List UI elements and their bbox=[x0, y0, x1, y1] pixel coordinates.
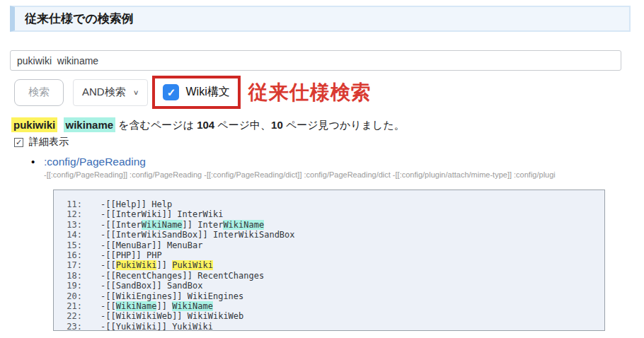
checkmark-icon: ✓ bbox=[167, 86, 176, 99]
page-title: 従来仕様での検索例 bbox=[25, 11, 134, 27]
text-run: -[[RecentChanges]] RecentChanges bbox=[100, 271, 264, 281]
code-line-content: -[[YukiWiki]] YukiWiki bbox=[100, 322, 213, 331]
bullet-icon: • bbox=[31, 156, 44, 168]
line-number: 19: bbox=[54, 281, 82, 291]
highlighted-keyword: WikiName bbox=[172, 301, 213, 311]
code-line-content: -[[InterWikiName]] InterWikiName bbox=[100, 220, 264, 230]
line-number: 20: bbox=[54, 291, 82, 301]
text-run: ページ中、 bbox=[214, 119, 271, 131]
code-line: 18:-[[RecentChanges]] RecentChanges bbox=[54, 271, 604, 281]
result-item-heading: • :config/PageReading bbox=[31, 156, 626, 168]
text-run bbox=[57, 119, 63, 131]
section-header: 従来仕様での検索例 bbox=[10, 6, 631, 32]
search-mode-select[interactable]: AND検索 ∨ bbox=[73, 79, 148, 106]
code-line: 21:-[[WikiName]] WikiName bbox=[54, 301, 604, 311]
text-run: -[[InterWikiSandBox]] InterWikiSandBox bbox=[100, 230, 295, 240]
text-run: ]] bbox=[156, 301, 172, 311]
text-run: -[[Help]] Help bbox=[100, 199, 172, 209]
text-run: -[[MenuBar]] MenuBar bbox=[100, 240, 203, 250]
line-number: 23: bbox=[54, 322, 82, 331]
line-number: 16: bbox=[54, 250, 82, 260]
line-number: 14: bbox=[54, 230, 82, 240]
code-line: 16:-[[PHP]] PHP bbox=[54, 250, 604, 260]
text-run: -[[Inter bbox=[100, 220, 142, 230]
search-example-page: 従来仕様での検索例 検索 AND検索 ∨ ✓ Wiki構文 従来仕様検索 puk… bbox=[0, 0, 644, 338]
line-number: 12: bbox=[54, 209, 82, 219]
search-button[interactable]: 検索 bbox=[14, 79, 64, 106]
text-run: -[[SandBox]] SandBox bbox=[100, 281, 203, 291]
line-number: 22: bbox=[54, 311, 82, 321]
code-block: 11:-[[Help]] Help12:-[[InterWiki]] Inter… bbox=[53, 190, 605, 331]
code-line-content: -[[PukiWiki]] PukiWiki bbox=[100, 260, 213, 270]
text-run: -[[WikiWikiWeb]] WikiWikiWeb bbox=[100, 311, 243, 321]
code-line-content: -[[Help]] Help bbox=[100, 199, 172, 209]
code-line-content: -[[WikiWikiWeb]] WikiWikiWeb bbox=[100, 311, 243, 321]
code-line: 19:-[[SandBox]] SandBox bbox=[54, 281, 604, 291]
highlighted-keyword: PukiWiki bbox=[172, 260, 213, 270]
result-page-link[interactable]: :config/PageReading bbox=[44, 156, 146, 168]
highlighted-keyword: PukiWiki bbox=[116, 260, 157, 270]
text-run: -[[ bbox=[100, 260, 116, 270]
line-number: 18: bbox=[54, 271, 82, 281]
text-run: 104 bbox=[197, 119, 214, 131]
code-line-content: -[[InterWiki]] InterWiki bbox=[100, 209, 223, 219]
code-line: 20:-[[WikiEngines]] WikiEngines bbox=[54, 291, 604, 301]
wiki-syntax-label: Wiki構文 bbox=[185, 85, 229, 100]
text-run: ]] Inter bbox=[183, 220, 224, 230]
annotation-text: 従来仕様検索 bbox=[248, 79, 372, 106]
line-number: 15: bbox=[54, 240, 82, 250]
code-line: 13:-[[InterWikiName]] InterWikiName bbox=[54, 220, 604, 230]
search-mode-value: AND検索 bbox=[82, 86, 126, 99]
text-run: ]] bbox=[156, 260, 172, 270]
text-run: -[[YukiWiki]] YukiWiki bbox=[100, 322, 213, 331]
code-line: 23:-[[YukiWiki]] YukiWiki bbox=[54, 322, 604, 331]
code-line: 11:-[[Help]] Help bbox=[54, 199, 604, 209]
text-run: 10 bbox=[271, 119, 283, 131]
text-run: -[[PHP]] PHP bbox=[100, 250, 162, 260]
line-number: 13: bbox=[54, 220, 82, 230]
text-run: -[[WikiEngines]] WikiEngines bbox=[100, 291, 243, 301]
line-number: 21: bbox=[54, 301, 82, 311]
code-line-content: -[[MenuBar]] MenuBar bbox=[100, 240, 203, 250]
line-number: 17: bbox=[54, 260, 82, 270]
code-line-content: -[[PHP]] PHP bbox=[100, 250, 162, 260]
code-line-content: -[[WikiName]] WikiName bbox=[100, 301, 213, 311]
chevron-down-icon: ∨ bbox=[133, 88, 139, 96]
annotation-red-box: ✓ Wiki構文 bbox=[152, 76, 240, 109]
text-run: -[[ bbox=[100, 301, 116, 311]
result-summary: pukiwiki wikiname を含むページは 104 ページ中、10 ペー… bbox=[11, 119, 405, 132]
code-line: 17:-[[PukiWiki]] PukiWiki bbox=[54, 260, 604, 270]
wiki-syntax-checkbox[interactable]: ✓ bbox=[163, 84, 179, 100]
code-line-content: -[[InterWikiSandBox]] InterWikiSandBox bbox=[100, 230, 295, 240]
text-run: を含むページは bbox=[115, 119, 197, 131]
code-line: 14:-[[InterWikiSandBox]] InterWikiSandBo… bbox=[54, 230, 604, 240]
detail-display-label: 詳細表示 bbox=[29, 136, 69, 148]
highlighted-keyword: pukiwiki bbox=[11, 117, 57, 132]
detail-display-checkbox[interactable]: ✓ bbox=[14, 138, 23, 147]
result-excerpt: -[[:config/PageReading]] :config/PageRea… bbox=[44, 170, 626, 179]
text-run: ページ見つかりました。 bbox=[283, 119, 405, 131]
result-item: • :config/PageReading -[[:config/PageRea… bbox=[31, 156, 626, 179]
text-run: -[[InterWiki]] InterWiki bbox=[100, 209, 223, 219]
code-line-content: -[[WikiEngines]] WikiEngines bbox=[100, 291, 243, 301]
code-line-content: -[[RecentChanges]] RecentChanges bbox=[100, 271, 264, 281]
code-line-content: -[[SandBox]] SandBox bbox=[100, 281, 203, 291]
search-controls: 検索 AND検索 ∨ ✓ Wiki構文 従来仕様検索 bbox=[14, 76, 372, 109]
highlighted-keyword: WikiName bbox=[116, 301, 157, 311]
code-line: 12:-[[InterWiki]] InterWiki bbox=[54, 209, 604, 219]
checkmark-icon: ✓ bbox=[16, 138, 22, 147]
code-line: 22:-[[WikiWikiWeb]] WikiWikiWeb bbox=[54, 311, 604, 321]
highlighted-keyword: wikiname bbox=[64, 117, 116, 132]
code-line: 15:-[[MenuBar]] MenuBar bbox=[54, 240, 604, 250]
detail-display-row: ✓ 詳細表示 bbox=[14, 136, 69, 148]
code-lines: 11:-[[Help]] Help12:-[[InterWiki]] Inter… bbox=[54, 199, 604, 331]
search-input[interactable] bbox=[10, 50, 621, 71]
line-number: 11: bbox=[54, 199, 82, 209]
highlighted-keyword: WikiName bbox=[142, 220, 183, 230]
highlighted-keyword: WikiName bbox=[223, 220, 264, 230]
